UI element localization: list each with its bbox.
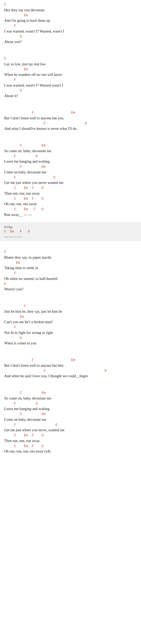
lyric-line: Leave me hanging and waiting <box>4 406 137 412</box>
line-group: F G And what I should've known is never … <box>4 121 137 132</box>
lyric-line: I was warned, wasn't I? Warned, wasn't I <box>4 29 137 34</box>
line-group: F I was warned, wasn't I? Warned wasn't … <box>4 78 137 88</box>
line-group: F Em But I don't listen well to anyone b… <box>4 111 137 121</box>
chord-line: G <box>4 336 137 341</box>
line-group: Em And I'm going to back them up <box>4 13 137 24</box>
chord-line: F G <box>4 121 137 126</box>
lyric-line: And I'm going to back them up <box>4 18 137 23</box>
lyric-line: Hey they say you devastate <box>4 7 137 13</box>
line-group: F G Get me just where you never wanted m… <box>4 175 137 186</box>
line-group: C Em F G Then run, run, run away <box>4 433 137 444</box>
song-container: C Hey they say you devastate Em And I'm … <box>4 3 137 454</box>
section-verse1: C Hey they say you devastate Em And I'm … <box>4 3 137 45</box>
line-group: Em Taking time to settle in <box>4 261 137 271</box>
lyric-line: Oh run, run, run, run away (x4) <box>4 449 137 454</box>
line-group: C Lay so low, just lay real low <box>4 57 137 67</box>
chord-line: F G <box>4 402 137 406</box>
lyric-line: Oh when we started, so half-hearted <box>4 276 137 281</box>
lyric-line: Taking time to settle in <box>4 265 137 271</box>
chord-line: C Em F G <box>4 444 137 449</box>
section-verse2: C Lay so low, just lay real low Em When … <box>4 57 137 99</box>
lyric-line: When he wanders off no one will know <box>4 72 137 77</box>
chord-line: C <box>4 304 137 309</box>
lyric-line: About you? <box>4 39 137 45</box>
line-group: F G Leave me hanging and waiting <box>4 154 137 164</box>
lyric-line: Leave me hanging and waiting <box>4 159 137 164</box>
section-bridge: bridge C Em F G — — — — <box>0 222 141 241</box>
chord-line: Em <box>4 67 137 72</box>
chord-line: Em <box>4 261 137 265</box>
chord-line: Em <box>4 315 137 320</box>
line-group: C Em F G Oh run, run, run, run away (x4) <box>4 444 137 454</box>
line-group: F Em But I don't listen well to anyone b… <box>4 358 137 368</box>
line-group: F Not fit to fight for wrong or right <box>4 325 137 336</box>
section-prechorus2: F Em But I don't listen well to anyone b… <box>4 358 137 379</box>
lyric-line: But I don't listen well to anyone but hi… <box>4 363 137 368</box>
lyric-line: Weren't you? <box>4 286 137 292</box>
chord-line: C <box>4 250 137 255</box>
chord-line: C Em F G <box>4 186 137 191</box>
lyric-line: When it comes to you <box>4 340 137 346</box>
lyric-line: Lay so low, just lay real low <box>4 61 137 67</box>
line-group: F G Leave me hanging and waiting <box>4 402 137 412</box>
bridge-label: bridge <box>4 225 137 229</box>
chord-line: F G <box>4 423 137 428</box>
lyric-line: Oh run, run, run away <box>4 201 137 207</box>
line-group: C Blame they say, so paper mache <box>4 250 137 260</box>
lyric-line: And when he said I love you, I thought w… <box>4 373 137 379</box>
chord-line: F Em <box>4 358 137 363</box>
chord-line: C Em <box>4 412 137 417</box>
chord-line: F <box>4 271 137 276</box>
lyric-line: Get me just where you never wanted me <box>4 180 137 185</box>
line-group: C Em F G Run away__ — — <box>4 207 137 217</box>
line-group: C Em So come on, baby, devastate me <box>4 143 137 154</box>
section-verse4: C Just let him be, they say, just let hi… <box>4 304 137 346</box>
lyric-line: Can't you see he's a broken man? <box>4 319 137 325</box>
line-group: C Em Come on baby, devastate me <box>4 165 137 175</box>
line-group: C Em F G Oh run, run, run away <box>4 197 137 207</box>
lyric-line: About it? <box>4 93 137 99</box>
section-chorus1: C Em So come on, baby, devastate me F G … <box>4 143 137 217</box>
lyric-line: Blame they say, so paper mache <box>4 255 137 260</box>
lyric-line: So come on, baby, devastate me <box>4 148 137 154</box>
line-group: G Weren't you? <box>4 282 137 292</box>
chord-line: F <box>4 78 137 83</box>
chord-line: G <box>4 282 137 287</box>
line-group: F G Get me just where you never_wanted m… <box>4 423 137 433</box>
chord-line: C Em <box>4 391 137 396</box>
chord-line: C Em F G <box>4 197 137 201</box>
lyric-line: Run away__ — — <box>4 212 137 217</box>
lyric-line: Not fit to fight for wrong or right <box>4 330 137 336</box>
chord-line: F <box>4 24 137 29</box>
chord-line: C <box>4 57 137 61</box>
lyric-line: Come on baby, devastate me <box>4 417 137 422</box>
chord-line: C Em F G <box>4 207 137 212</box>
lyric-line: Get me just where you never_wanted me <box>4 427 137 433</box>
chord-line: C Em <box>4 165 137 169</box>
line-group: F I was warned, wasn't I? Warned, wasn't… <box>4 24 137 34</box>
section-prechorus1: F Em But I don't listen well to anyone b… <box>4 111 137 131</box>
line-group: C Em Come on baby, devastate me <box>4 412 137 422</box>
line-group: C Just let him be, they say, just let hi… <box>4 304 137 314</box>
line-group: C Em So come on, baby, devastate me <box>4 391 137 401</box>
line-group: F Oh when we started, so half-hearted <box>4 271 137 281</box>
lyric-line: But I don't listen well to anyone but yo… <box>4 115 137 121</box>
line-group: G About it? <box>4 89 137 99</box>
chord-line: F <box>4 325 137 330</box>
line-group: Em Can't you see he's a broken man? <box>4 315 137 325</box>
lyric-line: — — — — <box>4 234 137 239</box>
line-group: F G And when he said I love you, I thoug… <box>4 369 137 379</box>
chord-line: F G <box>4 369 137 374</box>
chord-line: C Em F G <box>4 230 137 234</box>
line-group: G About you? <box>4 35 137 45</box>
line-group: C Hey they say you devastate <box>4 3 137 13</box>
lyric-line: So come on, baby, devastate me <box>4 396 137 401</box>
line-group: Em When he wanders off no one will know <box>4 67 137 78</box>
lyric-line: And what I should've known is never what… <box>4 126 137 131</box>
section-chorus2: C Em So come on, baby, devastate me F G … <box>4 391 137 454</box>
lyric-line: Just let him be, they say, just let him … <box>4 309 137 314</box>
line-group: C Em F G Then run, run, run away <box>4 186 137 196</box>
chord-line: F G <box>4 154 137 159</box>
chord-line: G <box>4 35 137 39</box>
chord-line: F G <box>4 175 137 180</box>
